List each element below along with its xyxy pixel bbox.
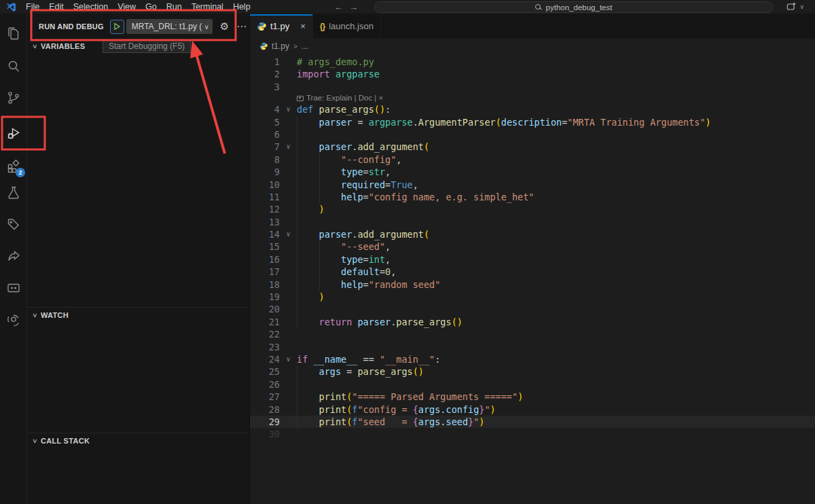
activity-share[interactable] (5, 248, 22, 266)
breadcrumb-more[interactable]: ... (302, 41, 308, 51)
fold-icon[interactable]: ∨ (280, 228, 297, 240)
code-text (297, 428, 815, 440)
activity-run-and-debug[interactable] (5, 124, 22, 142)
code-line: 10required=True, (250, 179, 815, 191)
code-text: "--seed", (297, 240, 815, 253)
activity-explorer[interactable] (5, 25, 22, 43)
code-line: 9type=str, (250, 166, 815, 178)
menu-view[interactable]: View (113, 0, 141, 14)
code-text: help="random seed" (297, 278, 815, 291)
activity-extensions[interactable]: 2 (5, 157, 22, 175)
gear-icon[interactable]: ⚙ (220, 20, 229, 33)
breadcrumb[interactable]: t1.py > ... (250, 39, 815, 54)
code-line: 17default=0, (250, 266, 815, 278)
code-token: type (341, 254, 363, 265)
code-token: "seed = (357, 416, 412, 427)
explorer-icon (5, 26, 22, 42)
line-number: 8 (250, 154, 280, 166)
code-text (297, 216, 815, 228)
code-token: () (413, 366, 424, 377)
close-icon[interactable]: × (300, 21, 306, 31)
tab-launchjson[interactable]: {} launch.json (313, 14, 381, 38)
line-number: 25 (250, 365, 280, 378)
indent-guide (297, 266, 319, 278)
code-token: = (385, 179, 391, 190)
code-token: description (501, 117, 562, 128)
code-token: = (380, 266, 385, 277)
code-token: required (341, 179, 385, 190)
testing-icon (5, 185, 22, 201)
codelens-text[interactable]: Trae: Explain | Doc | × (306, 93, 383, 103)
code-token: "===== Parsed Arguments =====" (352, 391, 518, 402)
code-token: __name__ (313, 354, 357, 365)
line-number: 7 (250, 141, 280, 153)
code-token: config (446, 404, 479, 415)
code-token: ) (479, 416, 484, 427)
history-nav: ← → (334, 0, 358, 14)
forward-icon[interactable]: → (349, 2, 358, 12)
code-token: int (369, 254, 385, 265)
indent-guide (297, 291, 319, 303)
menu-go[interactable]: Go (141, 0, 162, 14)
indent-guide (297, 141, 319, 153)
code-token: "--config" (341, 154, 396, 165)
code-token: () (452, 317, 463, 327)
indent-guide (319, 266, 342, 278)
share-icon (5, 249, 22, 265)
code-token: } (468, 416, 473, 427)
code-line: 1# args_demo.py (250, 56, 815, 68)
code-line: 8"--config", (250, 154, 815, 166)
new-chat-icon[interactable] (786, 1, 797, 12)
section-watch[interactable]: ∨ WATCH (27, 308, 249, 323)
codelens[interactable]: Trae: Explain | Doc | × (250, 93, 815, 103)
start-debugging-button[interactable] (110, 20, 124, 34)
breadcrumb-file[interactable]: t1.py (272, 41, 289, 51)
activity-search[interactable] (5, 58, 22, 75)
indent-guide (319, 154, 342, 166)
menu-selection[interactable]: Selection (69, 0, 113, 14)
fold-icon[interactable]: ∨ (280, 353, 297, 365)
menu-file[interactable]: File (21, 0, 44, 14)
code-token: import (297, 69, 330, 79)
activity-ai-assistant[interactable] (5, 312, 22, 329)
code-line: 15"--seed", (250, 240, 815, 253)
fold-icon[interactable]: ∨ (280, 141, 297, 153)
code-line: 30 (250, 428, 815, 440)
menu-terminal[interactable]: Terminal (187, 0, 228, 14)
gutter-spacer (280, 266, 297, 278)
chevron-down-icon[interactable]: ∨ (799, 3, 804, 10)
gutter-spacer (280, 56, 297, 68)
activity-chat[interactable] (5, 279, 22, 297)
python-icon (257, 22, 266, 31)
more-actions-icon[interactable]: ⋯ (236, 20, 247, 33)
tab-t1py[interactable]: t1.py × (250, 14, 313, 38)
menu-edit[interactable]: Edit (44, 0, 69, 14)
code-token: parser (357, 317, 391, 327)
menu-run[interactable]: Run (162, 0, 187, 14)
code-line: 26 (250, 378, 815, 391)
code-text: required=True, (297, 179, 815, 191)
gutter-spacer (280, 203, 297, 215)
line-number: 15 (250, 240, 280, 253)
code-line: 27print("===== Parsed Arguments =====") (250, 391, 815, 403)
line-number: 17 (250, 266, 280, 278)
section-call-stack[interactable]: ∨ CALL STACK (27, 433, 249, 448)
fold-icon[interactable]: ∨ (280, 103, 297, 115)
activity-tags[interactable] (5, 215, 22, 233)
code-line: 12) (250, 203, 815, 215)
indent-guide (297, 391, 319, 403)
code-token: parser (319, 229, 352, 240)
code-text: print(f"config = {args.config}") (297, 403, 815, 416)
command-center-search[interactable]: python_debug_test (374, 1, 773, 13)
activity-source-control[interactable] (5, 89, 22, 107)
search-icon (535, 4, 542, 11)
code-text: ) (297, 203, 815, 215)
breadcrumb-separator-icon: > (293, 43, 297, 50)
activity-testing[interactable] (5, 184, 22, 202)
debug-config-dropdown[interactable]: MRTA_DRL: t1.py ( ∨ (126, 19, 213, 34)
menu-help[interactable]: Help (228, 0, 255, 14)
code-line: 4∨def parse_args(): (250, 103, 815, 115)
back-icon[interactable]: ← (334, 2, 343, 12)
code-editor[interactable]: 1# args_demo.py2import argparse3Trae: Ex… (250, 54, 815, 504)
gutter-spacer (280, 68, 297, 80)
